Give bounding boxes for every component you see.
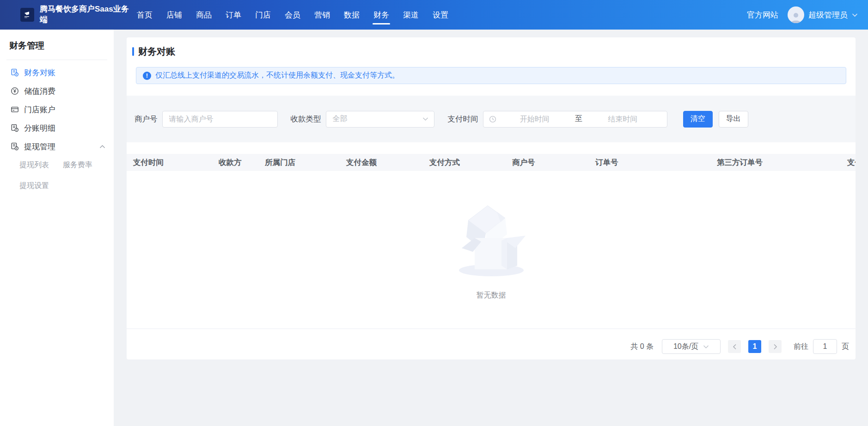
submenu-item-service-rate[interactable]: 服务费率: [63, 160, 114, 170]
page-unit-label: 页: [842, 342, 849, 352]
page-title-text: 财务对账: [138, 45, 175, 58]
table-header-cell: 支付方式: [423, 158, 506, 168]
sidebar-item-label: 财务对账: [24, 67, 55, 78]
chevron-up-icon: [99, 145, 105, 149]
nav-item-home[interactable]: 首页: [137, 0, 153, 30]
clock-icon: [489, 116, 496, 123]
range-separator: 至: [573, 114, 584, 124]
table-header-cell: 支付: [841, 158, 856, 168]
pagination: 共 0 条 10条/页 1 前往 页: [127, 339, 856, 354]
page-number-1[interactable]: 1: [748, 340, 761, 353]
nav-item-finance[interactable]: 财务: [373, 0, 389, 30]
nav-item-marketing[interactable]: 营销: [314, 0, 330, 30]
sidebar-item-finance-reconciliation[interactable]: 财务对账: [0, 63, 114, 82]
chevron-right-icon: [773, 344, 777, 350]
payee-type-label: 收款类型: [291, 114, 321, 124]
brand-logo: [20, 8, 34, 22]
alert-text: 仅汇总线上支付渠道的交易流水，不统计使用余额支付、现金支付等方式。: [155, 71, 399, 80]
table-header-cell: 商户号: [506, 158, 589, 168]
chevron-down-icon: [703, 345, 709, 349]
table-header-cell: 收款方: [212, 158, 258, 168]
sidebar-item-split-detail[interactable]: 分账明细: [0, 119, 114, 137]
table-header-cell: 支付金额: [340, 158, 423, 168]
select-value: 全部: [333, 114, 422, 124]
sidebar-item-label: 分账明细: [24, 123, 55, 134]
user-menu[interactable]: 超级管理员: [788, 6, 858, 23]
ledger-coin-icon: [11, 124, 19, 132]
yen-circle-icon: [11, 87, 19, 95]
sidebar: 财务管理 财务对账 储值消费 门: [0, 30, 114, 426]
page-size-value: 10条/页: [673, 342, 698, 352]
date-range-picker[interactable]: 至: [483, 111, 667, 128]
sidebar-menu: 财务对账 储值消费 门店账户 分账: [0, 60, 114, 191]
nav-item-goods[interactable]: 商品: [196, 0, 212, 30]
user-name: 超级管理员: [808, 10, 848, 20]
ledger-coin-icon: [11, 68, 19, 77]
sidebar-item-store-account[interactable]: 门店账户: [0, 100, 114, 119]
nav-item-orders[interactable]: 订单: [226, 0, 241, 30]
info-alert: ! 仅汇总线上支付渠道的交易流水，不统计使用余额支付、现金支付等方式。: [136, 67, 846, 84]
prev-page-button[interactable]: [728, 340, 741, 353]
nav-item-settings[interactable]: 设置: [433, 0, 448, 30]
nav-item-stores[interactable]: 门店: [255, 0, 271, 30]
main-content: 财务对账 ! 仅汇总线上支付渠道的交易流水，不统计使用余额支付、现金支付等方式。…: [114, 30, 868, 359]
clear-button[interactable]: 清空: [683, 111, 713, 128]
header-right: 官方网站 超级管理员: [747, 6, 858, 23]
export-button[interactable]: 导出: [719, 111, 748, 128]
sidebar-item-withdraw-management[interactable]: 提现管理: [0, 137, 114, 156]
nav-item-shop[interactable]: 店铺: [166, 0, 182, 30]
brand-logo-icon: [23, 10, 32, 19]
bank-card-icon: [11, 105, 19, 114]
merchant-id-label: 商户号: [134, 114, 158, 124]
merchant-id-input[interactable]: [162, 111, 278, 128]
empty-text: 暂无数据: [477, 291, 506, 300]
table-header-cell: 订单号: [589, 158, 710, 168]
submenu-item-withdraw-list[interactable]: 提现列表: [19, 160, 63, 170]
brand-title: 腾马餐饮多商户Saas业务端: [40, 4, 130, 25]
end-time-input[interactable]: [584, 115, 661, 123]
table-header-cell: 支付时间: [127, 158, 212, 168]
sidebar-item-label: 储值消费: [24, 86, 55, 97]
main-nav: 首页 店铺 商品 订单 门店 会员 营销 数据 财务 渠道 设置: [137, 0, 448, 30]
table-header-cell: 第三方订单号: [710, 158, 841, 168]
goto-page-input[interactable]: [813, 339, 837, 354]
sidebar-item-label: 提现管理: [24, 141, 55, 152]
goto-label: 前往: [794, 342, 808, 352]
submenu-item-withdraw-settings[interactable]: 提现设置: [19, 181, 63, 191]
title-accent-bar: [132, 47, 134, 56]
person-icon: [789, 11, 802, 23]
sidebar-submenu: 提现列表 服务费率 提现设置: [0, 156, 114, 191]
avatar: [788, 6, 804, 23]
top-header: 腾马餐饮多商户Saas业务端 首页 店铺 商品 订单 门店 会员 营销 数据 财…: [0, 0, 868, 30]
next-page-button[interactable]: [769, 340, 782, 353]
filter-panel: 商户号 收款类型 全部 支付时间 至 清: [127, 96, 856, 142]
start-time-input[interactable]: [496, 115, 574, 123]
content-card: 财务对账 ! 仅汇总线上支付渠道的交易流水，不统计使用余额支付、现金支付等方式。…: [127, 37, 856, 359]
empty-state: 暂无数据: [127, 171, 856, 329]
sidebar-item-label: 门店账户: [24, 104, 55, 115]
page-size-select[interactable]: 10条/页: [662, 339, 721, 354]
info-icon: !: [143, 72, 151, 80]
table-header-cell: 所属门店: [258, 158, 340, 168]
nav-item-channels[interactable]: 渠道: [403, 0, 419, 30]
chevron-down-icon: [422, 117, 428, 121]
nav-item-data[interactable]: 数据: [344, 0, 360, 30]
sidebar-item-stored-value[interactable]: 储值消费: [0, 82, 114, 100]
nav-item-members[interactable]: 会员: [285, 0, 300, 30]
page-title: 财务对账: [132, 45, 856, 58]
sidebar-title: 财务管理: [0, 30, 114, 52]
payee-type-select[interactable]: 全部: [326, 111, 434, 128]
pay-time-label: 支付时间: [448, 114, 478, 124]
total-count: 共 0 条: [630, 342, 654, 352]
chevron-down-icon: [852, 13, 858, 17]
chevron-left-icon: [733, 344, 737, 350]
ledger-coin-icon: [11, 142, 19, 151]
table-header: 支付时间 收款方 所属门店 支付金额 支付方式 商户号 订单号 第三方订单号 支…: [127, 154, 856, 171]
official-site-link[interactable]: 官方网站: [747, 10, 778, 20]
empty-box-illustration: [452, 196, 531, 279]
